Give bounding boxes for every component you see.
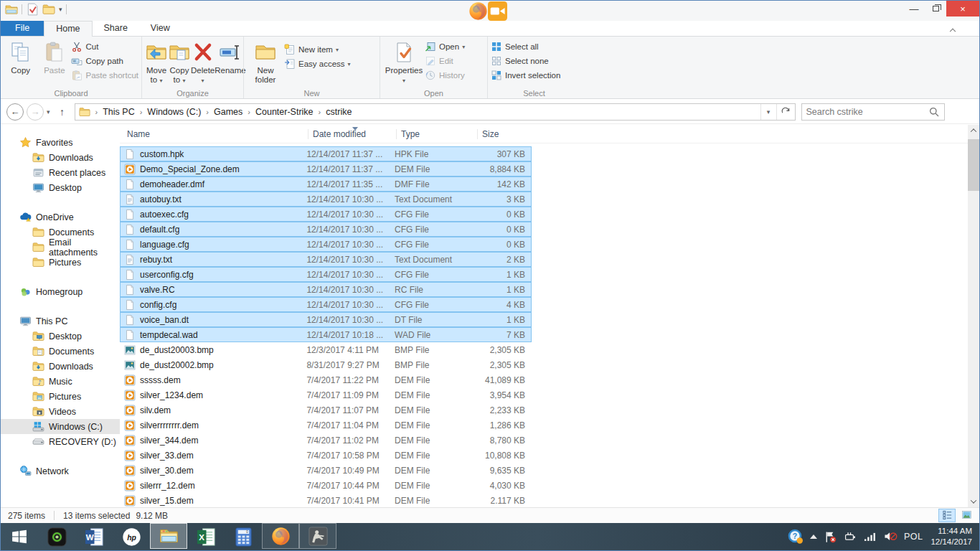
- youcam-app[interactable]: [38, 523, 75, 550]
- file-row-autobuy-txt[interactable]: autobuy.txt12/14/2017 10:30 ...Text Docu…: [120, 192, 532, 207]
- file-row-config-cfg[interactable]: config.cfg12/14/2017 10:30 ...CFG File4 …: [120, 297, 532, 312]
- thumbnails-view-button[interactable]: [958, 509, 975, 522]
- easy-access-button[interactable]: Easy access ▾: [284, 58, 351, 70]
- start-button[interactable]: [1, 523, 38, 550]
- scroll-down-icon[interactable]: [968, 496, 979, 507]
- minimize-button[interactable]: —: [903, 1, 925, 17]
- breadcrumb-chevron-icon[interactable]: ›: [242, 108, 255, 116]
- file-row-sssss-dem[interactable]: sssss.dem7/4/2017 11:22 PMDEM File41,089…: [120, 372, 532, 387]
- new-folder-button[interactable]: New folder: [247, 38, 284, 85]
- clock[interactable]: 11:44 AM 12/14/2017: [930, 526, 972, 547]
- file-row-silver-1234-dem[interactable]: silver_1234.dem7/4/2017 11:09 PMDEM File…: [120, 387, 532, 402]
- breadcrumb-games[interactable]: Games: [214, 107, 242, 117]
- invert-selection-button[interactable]: Invert selection: [491, 70, 560, 81]
- sidebar-item-recent-places[interactable]: Recent places: [1, 165, 120, 180]
- search-icon[interactable]: [928, 106, 940, 118]
- breadcrumb-windows-c[interactable]: Windows (C:): [147, 107, 201, 117]
- new-item-button[interactable]: New item ▾: [284, 44, 351, 55]
- sidebar-item-homegroup[interactable]: Homegroup: [1, 284, 120, 299]
- show-hidden-icons-icon[interactable]: [810, 534, 817, 539]
- file-row-demoheader-dmf[interactable]: demoheader.dmf12/14/2017 11:35 ...DMF Fi…: [120, 176, 532, 192]
- vertical-scrollbar[interactable]: [968, 125, 979, 507]
- breadcrumb-cstrike[interactable]: cstrike: [326, 107, 352, 117]
- qat-dropdown-icon[interactable]: ▾: [59, 6, 62, 13]
- breadcrumb-chevron-icon[interactable]: ›: [90, 108, 103, 116]
- file-row-custom-hpk[interactable]: custom.hpk12/14/2017 11:37 ...HPK File30…: [120, 146, 532, 161]
- file-row-de-dust20003-bmp[interactable]: de_dust20003.bmp12/3/2017 4:11 PMBMP Fil…: [120, 342, 532, 357]
- file-row-rebuy-txt[interactable]: rebuy.txt12/14/2017 10:30 ...Text Docume…: [120, 252, 532, 267]
- address-bar[interactable]: ›This PC›Windows (C:)›Games›Counter-Stri…: [75, 103, 796, 121]
- copy-to-button[interactable]: Copy to ▾: [168, 38, 191, 85]
- properties-check-icon[interactable]: [26, 3, 39, 16]
- word-app[interactable]: W: [75, 523, 113, 550]
- calculator-app[interactable]: 0: [225, 523, 262, 550]
- language-indicator[interactable]: POL: [904, 532, 923, 542]
- breadcrumb-counter-strike[interactable]: Counter-Strike: [255, 107, 314, 117]
- select-all-button[interactable]: Select all: [491, 41, 560, 52]
- select-none-button[interactable]: Select none: [491, 55, 560, 67]
- column-header-type[interactable]: Type: [396, 129, 477, 139]
- up-button[interactable]: ↑: [55, 104, 70, 120]
- file-row-userconfig-cfg[interactable]: userconfig.cfg12/14/2017 10:30 ...CFG Fi…: [120, 267, 532, 282]
- sidebar-item-favorites[interactable]: Favorites: [1, 135, 120, 150]
- tab-home[interactable]: Home: [44, 21, 92, 37]
- network-signal-icon[interactable]: [864, 531, 877, 543]
- paste-shortcut-button[interactable]: Paste shortcut: [71, 70, 138, 81]
- firefox-icon[interactable]: [468, 1, 488, 21]
- breadcrumb-chevron-icon[interactable]: ›: [135, 108, 148, 116]
- file-row-tempdecal-wad[interactable]: tempdecal.wad12/14/2017 10:18 ...WAD Fil…: [120, 327, 532, 342]
- file-row-silver-33-dem[interactable]: silver_33.dem7/4/2017 10:58 PMDEM File10…: [120, 448, 532, 463]
- details-view-button[interactable]: [938, 509, 956, 522]
- help-tray-icon[interactable]: ?: [788, 531, 804, 543]
- volume-muted-icon[interactable]: [884, 531, 897, 543]
- file-row-silverrrrrrrr-dem[interactable]: silverrrrrrrr.dem7/4/2017 11:04 PMDEM Fi…: [120, 418, 532, 433]
- sidebar-item-this-pc[interactable]: This PC: [1, 314, 120, 329]
- delete-button[interactable]: Delete▾: [191, 38, 215, 85]
- explorer-mini-icon[interactable]: [5, 3, 18, 16]
- minimize-ribbon-icon[interactable]: [951, 24, 961, 34]
- close-button[interactable]: ×: [946, 1, 979, 17]
- scrollbar-thumb[interactable]: [968, 139, 979, 191]
- history-button[interactable]: History: [425, 70, 465, 81]
- sidebar-item-recovery-d[interactable]: RECOVERY (D:): [1, 434, 120, 449]
- sidebar-item-windows-c[interactable]: Windows (C:): [1, 419, 120, 434]
- sidebar-item-documents[interactable]: Documents: [1, 344, 120, 359]
- scroll-up-icon[interactable]: [968, 125, 979, 136]
- paste-button[interactable]: Paste: [37, 38, 71, 75]
- hp-app[interactable]: hp: [113, 523, 150, 550]
- file-row-valve-rc[interactable]: valve.RC12/14/2017 10:30 ...RC File1 KB: [120, 282, 532, 297]
- breadcrumb-chevron-icon[interactable]: ›: [201, 108, 214, 116]
- file-row-default-cfg[interactable]: default.cfg12/14/2017 10:30 ...CFG File0…: [120, 222, 532, 237]
- rename-button[interactable]: Rename: [215, 38, 245, 75]
- copy-path-button[interactable]: W...Copy path: [71, 55, 138, 67]
- excel-app[interactable]: X: [187, 523, 225, 550]
- file-row-de-dust20002-bmp[interactable]: de_dust20002.bmp8/31/2017 9:27 PMBMP Fil…: [120, 357, 532, 372]
- file-row-language-cfg[interactable]: language.cfg12/14/2017 10:30 ...CFG File…: [120, 237, 532, 252]
- move-to-button[interactable]: Move to ▾: [145, 38, 168, 85]
- action-center-flag-icon[interactable]: [824, 531, 837, 543]
- copy-button[interactable]: Copy: [4, 38, 37, 75]
- sidebar-item-music[interactable]: ♪Music: [1, 374, 120, 389]
- firefox-app[interactable]: [262, 523, 299, 549]
- tab-file[interactable]: File: [1, 21, 44, 36]
- breadcrumb-chevron-icon[interactable]: ›: [314, 108, 326, 116]
- sidebar-item-onedrive[interactable]: !OneDrive: [1, 209, 120, 225]
- sidebar-item-desktop[interactable]: Desktop: [1, 329, 120, 344]
- sidebar-item-downloads[interactable]: Downloads: [1, 150, 120, 165]
- address-dropdown-icon[interactable]: ▾: [760, 104, 776, 120]
- sidebar-item-videos[interactable]: Videos: [1, 404, 120, 419]
- cut-button[interactable]: Cut: [71, 41, 138, 52]
- sidebar-item-pictures[interactable]: Pictures: [1, 389, 120, 404]
- sidebar-item-network[interactable]: Network: [1, 463, 120, 479]
- recent-locations-dropdown-icon[interactable]: ▾: [47, 108, 50, 116]
- breadcrumb-this-pc[interactable]: This PC: [103, 107, 134, 117]
- file-row-silver-30-dem[interactable]: silver_30.dem7/4/2017 10:49 PMDEM File9,…: [120, 463, 532, 478]
- file-explorer-app[interactable]: [150, 523, 187, 549]
- sidebar-item-downloads[interactable]: Downloads: [1, 359, 120, 374]
- file-row-silver-15-dem[interactable]: silver_15.dem7/4/2017 10:41 PMDEM File2.…: [120, 493, 532, 507]
- file-row-demo-special-zone-dem[interactable]: Demo_Special_Zone.dem12/14/2017 11:37 ..…: [120, 161, 532, 176]
- sidebar-item-email-attachments[interactable]: Email attachments: [1, 240, 120, 255]
- file-row-autoexec-cfg[interactable]: autoexec.cfg12/14/2017 10:30 ...CFG File…: [120, 207, 532, 222]
- counter-strike-app[interactable]: [299, 523, 336, 549]
- back-button[interactable]: ←: [6, 103, 24, 121]
